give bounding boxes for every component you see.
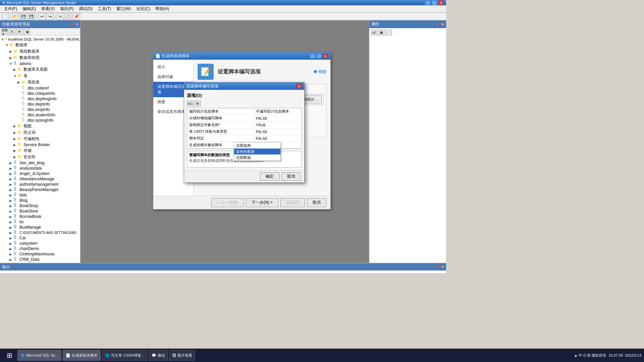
tree-catsystem[interactable]: ▶ 🗄 catsystem <box>0 241 80 246</box>
bids-toggle[interactable]: ▶ <box>9 193 13 197</box>
nav-select-objects[interactable]: 选择对象 <box>153 72 193 82</box>
save-all-button[interactable]: 💾 <box>28 13 35 20</box>
tree-tables[interactable]: ▼ 📁 表 <box>0 73 80 79</box>
tree-deptimginfo[interactable]: 🗒 dbo.deptImgInfo <box>0 96 80 102</box>
maximize-button[interactable]: □ <box>431 0 437 5</box>
properties-close-icon[interactable]: ✕ <box>441 22 444 26</box>
tree-coderef[interactable]: 🗒 dbo.coderef <box>0 85 80 91</box>
undo-button[interactable]: ↩ <box>38 13 46 20</box>
tree-blog[interactable]: ▶ 🗄 Blog <box>0 198 80 203</box>
tree-system-dbs[interactable]: ▶ 📁 系统数据库 <box>0 48 80 55</box>
menu-edit[interactable]: 编辑(E) <box>20 5 39 12</box>
tree-car[interactable]: ▶ 🗄 Car <box>0 235 80 241</box>
catsystem-toggle[interactable]: ▶ <box>9 242 13 245</box>
connect-button[interactable]: 连接▼ <box>1 29 8 35</box>
tree-security[interactable]: ▶ 📁 安全性 <box>0 154 80 160</box>
tree-alei[interactable]: ▶ 🗄 Alei_alei_blog <box>0 160 80 166</box>
tree-storage[interactable]: ▶ 📁 存储 <box>0 147 80 154</box>
bs-toggle[interactable]: ▶ <box>9 220 13 224</box>
views-toggle[interactable]: ▶ <box>13 124 17 128</box>
tree-synonyms[interactable]: ▶ 📁 同义词 <box>0 129 80 136</box>
taskbar-ssms[interactable]: 🔷 Microsoft SQL Se... <box>17 350 61 361</box>
copy-button[interactable]: 📋 <box>65 13 72 20</box>
tree-bookshop[interactable]: ▶ 🗄 BookShop <box>0 203 80 208</box>
save-button[interactable]: 💾 <box>20 13 27 20</box>
output-pin-icon[interactable]: 📌 <box>437 265 441 269</box>
advanced-close-btn[interactable]: ✕ <box>296 83 302 89</box>
beauty-toggle[interactable]: ▶ <box>9 188 13 192</box>
tree-adsms[interactable]: ▼ 🗄 adsms <box>0 61 80 66</box>
system-dbs-toggle[interactable]: ▶ <box>9 50 13 53</box>
tree-databases-node[interactable]: ▼ 📁 数据库 <box>0 42 80 48</box>
new-query-button[interactable]: 📄 <box>1 13 9 20</box>
tree-deptinfo[interactable]: 🗒 dbo.deptInfo <box>0 102 80 107</box>
close-panel-icon[interactable]: ✕ <box>75 22 78 26</box>
cad-toggle[interactable]: ▶ <box>9 231 13 235</box>
filter-button[interactable]: ▼ <box>16 29 23 35</box>
tree-empinfo[interactable]: 🗒 dbo.empInfo <box>0 107 80 112</box>
bookstore-toggle[interactable]: ▶ <box>9 209 13 213</box>
generate-close-btn[interactable]: ✕ <box>322 53 328 59</box>
server-toggle[interactable]: ▼ <box>1 38 4 41</box>
tree-borrowbook[interactable]: ▶ 🗄 BorrowBook <box>0 214 80 219</box>
tree-analysisdata[interactable]: ▶ 🗄 analysisdata <box>0 166 80 171</box>
tree-angel[interactable]: ▶ 🗄 Angel_JLSystem <box>0 171 80 176</box>
cut-button[interactable]: ✂ <box>57 13 64 20</box>
cancel-button[interactable]: 取消 <box>307 198 326 207</box>
tree-bs[interactable]: ▶ 🗄 bs <box>0 219 80 225</box>
prev-button[interactable]: < 上一步(B) <box>211 198 244 207</box>
tree-bids[interactable]: ▶ 🗄 bids <box>0 192 80 198</box>
tree-sysloginfo[interactable]: 🗒 dbo.syslogInfo <box>0 118 80 123</box>
authority-toggle[interactable]: ▶ <box>9 183 13 186</box>
blog-toggle[interactable]: ▶ <box>9 199 13 202</box>
option-row-1[interactable]: 出错时继续编写脚本 FALSE <box>187 115 301 122</box>
analysisdata-toggle[interactable]: ▶ <box>9 167 13 170</box>
nav-intro[interactable]: 简介 <box>153 62 193 72</box>
menu-view[interactable]: 查看(V) <box>39 5 57 12</box>
next-button[interactable]: 下一步(N) > <box>246 198 278 207</box>
generate-minimize-btn[interactable]: ─ <box>310 53 316 59</box>
finish-button[interactable]: 完成(F) <box>280 198 305 207</box>
tree-db-diagrams[interactable]: ▶ 📁 数据库关系图 <box>0 66 80 73</box>
system-tables-toggle[interactable]: ▶ <box>17 80 21 84</box>
tree-authority[interactable]: ▶ 🗄 authoritymanagement <box>0 182 80 187</box>
menu-file[interactable]: 文件(F) <box>1 5 20 12</box>
props-page-btn[interactable]: 📄 <box>385 29 392 36</box>
busmanage-toggle[interactable]: ▶ <box>9 226 13 229</box>
taskbar-generate-scripts[interactable]: 📄 生成和发布脚本 <box>63 350 101 361</box>
refresh-button[interactable]: ↻ <box>9 29 15 35</box>
dropdown-option-2[interactable]: 仅限数据 <box>234 155 280 161</box>
menu-project[interactable]: 项目(P) <box>57 5 76 12</box>
tree-clothing[interactable]: ▶ 🗄 ClothingWarehouse <box>0 251 80 257</box>
open-button[interactable]: 📂 <box>12 13 19 20</box>
redo-button[interactable]: ↪ <box>46 13 54 20</box>
service-broker-toggle[interactable]: ▶ <box>13 143 17 147</box>
snapshots-toggle[interactable]: ▶ <box>9 56 13 60</box>
borrowbook-toggle[interactable]: ▶ <box>9 215 13 219</box>
taskbar-image-viewer[interactable]: 🖼 图片查看 <box>169 350 195 361</box>
tree-busmanage[interactable]: ▶ 🗄 BusManage <box>0 225 80 230</box>
start-button[interactable]: ⊞ <box>3 350 16 361</box>
tree-bookstore[interactable]: ▶ 🗄 BookStore <box>0 208 80 214</box>
option-row-0[interactable]: 编写统计信息脚本 不编写统计信息脚本 <box>187 108 301 115</box>
car-toggle[interactable]: ▶ <box>9 236 13 240</box>
option-row-2[interactable]: 架构限定对象名称* TRUE <box>187 122 301 128</box>
options-sort-az-btn[interactable]: AZ↕ <box>187 101 194 107</box>
tree-programmability[interactable]: ▶ 📁 可编程性 <box>0 136 80 142</box>
menu-community[interactable]: 社区(C) <box>134 5 153 12</box>
angel-toggle[interactable]: ▶ <box>9 172 13 176</box>
props-cat-btn[interactable]: ▦ <box>378 29 385 36</box>
output-close-icon[interactable]: ✕ <box>441 265 444 269</box>
storage-toggle[interactable]: ▶ <box>13 149 17 153</box>
programmability-toggle[interactable]: ▶ <box>13 137 17 141</box>
advanced-ok-button[interactable]: 确定 <box>260 172 279 181</box>
menu-help[interactable]: 帮助(H) <box>153 5 172 12</box>
dropdown-option-0[interactable]: 仅限架构 <box>234 142 280 148</box>
tree-container[interactable]: ▼ 🖥 localhost (SQL Server 10.50.1600 - W… <box>0 36 80 263</box>
tables-toggle[interactable]: ▼ <box>13 74 17 78</box>
menu-window[interactable]: 窗口(W) <box>114 5 133 12</box>
tree-server-node[interactable]: ▼ 🖥 localhost (SQL Server 10.50.1600 - W… <box>0 37 80 42</box>
chartdemo-toggle[interactable]: ▶ <box>9 247 13 251</box>
option-row-3[interactable]: 将 UDDT 转换为基类型 FALSE <box>187 128 301 135</box>
menu-debug[interactable]: 调试(D) <box>76 5 95 12</box>
